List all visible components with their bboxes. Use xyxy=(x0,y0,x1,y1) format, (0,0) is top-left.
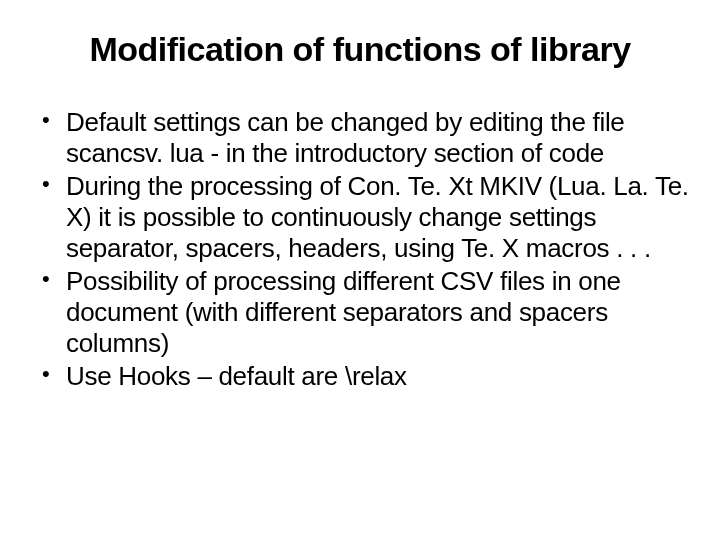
slide-title: Modification of functions of library xyxy=(30,30,690,69)
list-item: Possibility of processing different CSV … xyxy=(34,266,690,358)
slide: Modification of functions of library Def… xyxy=(0,0,720,540)
list-item: Use Hooks – default are \relax xyxy=(34,361,690,392)
bullet-list: Default settings can be changed by editi… xyxy=(30,107,690,395)
list-item: Default settings can be changed by editi… xyxy=(34,107,690,168)
list-item: During the processing of Con. Te. Xt MKI… xyxy=(34,171,690,263)
